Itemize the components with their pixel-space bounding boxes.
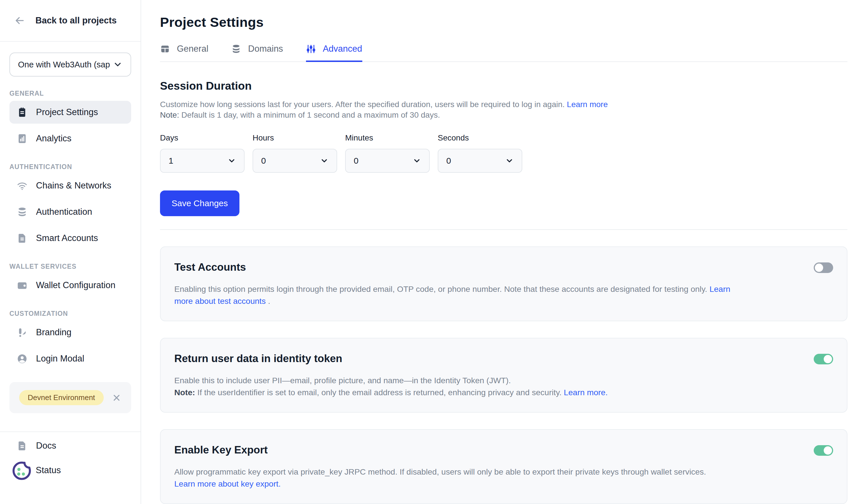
bar-chart-icon [17,133,27,144]
toggle-knob [815,263,823,272]
tab-advanced[interactable]: Advanced [306,44,362,61]
hours-select-value: 0 [261,156,266,165]
sidebar-item-status[interactable]: Status [10,459,131,481]
identity-token-card: Return user data in identity token Enabl… [160,338,848,413]
sidebar-item-label: Login Modal [36,354,84,364]
seconds-label: Seconds [438,133,522,143]
section-label-customization: CUSTOMIZATION [10,310,141,318]
sidebar-divider [0,431,141,432]
sidebar-item-wallet-configuration[interactable]: Wallet Configuration [10,274,131,297]
card-title: Return user data in identity token [174,353,833,365]
minutes-label: Minutes [345,133,430,143]
key-export-card: Enable Key Export Allow programmatic key… [160,429,848,504]
sidebar-item-branding[interactable]: Branding [10,321,131,344]
environment-banner: Devnet Environment [10,382,131,413]
sidebar-item-label: Docs [36,441,56,451]
tab-label: Domains [248,44,283,54]
wifi-icon [17,181,27,191]
wallet-icon [17,280,27,291]
session-duration-description: Customize how long sessions last for you… [160,99,848,120]
card-title: Test Accounts [174,261,833,273]
tab-label: General [177,44,208,54]
project-selector-value: One with Web3Auth (sap [18,60,113,70]
main-content: Project Settings General Domains Advance… [141,0,864,504]
section-label-general: GENERAL [10,90,141,97]
session-duration-heading: Session Duration [160,80,848,92]
identity-token-toggle[interactable] [814,354,833,364]
brush-icon [17,327,27,338]
toggle-knob [824,355,832,363]
close-icon[interactable] [112,393,121,403]
card-description: Enabling this option permits login throu… [174,283,734,307]
document-icon [17,233,27,244]
sidebar-item-project-settings[interactable]: Project Settings [10,101,131,124]
chevron-down-icon [320,157,328,165]
clipboard-icon [17,107,27,118]
sidebar-item-label: Chains & Networks [36,181,111,191]
sidebar-item-label: Project Settings [36,107,98,118]
cookie-icon[interactable] [11,459,33,481]
card-note-label: Note: [174,388,195,397]
project-selector[interactable]: One with Web3Auth (sap [10,52,131,76]
section-label-wallet-services: WALLET SERVICES [10,263,141,270]
identity-token-learn-more-link[interactable]: Learn more. [564,388,608,397]
card-description: Allow programmatic key export via privat… [174,466,734,490]
days-select-value: 1 [169,156,173,165]
days-label: Days [160,133,244,143]
save-changes-button[interactable]: Save Changes [160,190,239,216]
sidebar-item-chains-networks[interactable]: Chains & Networks [10,174,131,197]
sidebar-item-analytics[interactable]: Analytics [10,127,131,150]
minutes-select[interactable]: 0 [345,149,430,173]
seconds-select[interactable]: 0 [438,149,522,173]
card-description-text: Allow programmatic key export via privat… [174,467,706,476]
chevron-down-icon [505,157,514,165]
sidebar-item-label: Branding [36,327,71,337]
tab-label: Advanced [323,44,362,54]
sidebar-item-label: Authentication [36,207,92,217]
days-select[interactable]: 1 [160,149,244,173]
tab-general[interactable]: General [160,44,208,61]
sidebar: Back to all projects One with Web3Auth (… [0,0,141,504]
sidebar-item-label: Wallet Configuration [36,280,116,291]
card-title: Enable Key Export [174,444,833,456]
chevron-down-icon [227,157,236,165]
card-description-text: Enabling this option permits login throu… [174,284,707,294]
session-note-text: Default is 1 day, with a minimum of 1 se… [179,111,440,119]
page-title: Project Settings [160,14,848,30]
days-field: Days 1 [160,133,244,173]
chevron-down-icon [412,157,421,165]
session-learn-more-link[interactable]: Learn more [567,100,608,109]
session-description-text: Customize how long sessions last for you… [160,100,565,109]
sidebar-item-authentication[interactable]: Authentication [10,200,131,223]
content-divider [160,229,848,230]
hours-select[interactable]: 0 [253,149,337,173]
sidebar-item-label: Smart Accounts [36,233,98,243]
after-link-text: . [266,296,270,306]
tab-domains[interactable]: Domains [231,44,283,61]
sidebar-item-login-modal[interactable]: Login Modal [10,347,131,370]
database-icon [17,207,27,217]
environment-badge: Devnet Environment [19,390,104,405]
key-export-learn-more-link[interactable]: Learn more about key export. [174,479,280,488]
sliders-icon [306,44,316,54]
back-label: Back to all projects [35,15,117,26]
sidebar-item-smart-accounts[interactable]: Smart Accounts [10,227,131,249]
document-icon [17,441,27,451]
section-label-authentication: AUTHENTICATION [10,163,141,171]
session-note-label: Note: [160,111,179,119]
hours-field: Hours 0 [253,133,337,173]
back-to-projects-link[interactable]: Back to all projects [0,0,141,42]
key-export-toggle[interactable] [814,445,833,456]
minutes-field: Minutes 0 [345,133,430,173]
seconds-field: Seconds 0 [438,133,522,173]
sidebar-item-label: Status [36,465,61,476]
duration-fields: Days 1 Hours 0 Minutes 0 Seconds 0 [160,133,848,173]
toggle-knob [824,446,832,455]
sidebar-item-docs[interactable]: Docs [10,435,131,457]
database-icon [231,44,241,54]
arrow-left-icon [14,15,26,27]
seconds-select-value: 0 [446,156,451,165]
card-description: Enable this to include user PII—email, p… [174,374,734,398]
test-accounts-toggle[interactable] [814,262,833,273]
user-circle-icon [17,354,27,364]
